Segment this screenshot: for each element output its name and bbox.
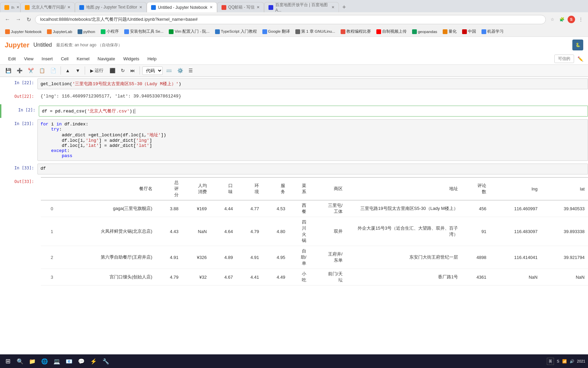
- keyboard-shortcut-button[interactable]: ⌨️: [164, 66, 174, 75]
- new-tab-button[interactable]: +: [339, 2, 349, 12]
- tab-close-5[interactable]: ✕: [257, 5, 260, 10]
- bookmark-label-4: 小程序: [107, 29, 119, 34]
- bookmark-video[interactable]: 自制视频上传: [374, 28, 409, 35]
- edit-pencil-icon[interactable]: ✏️: [577, 56, 583, 62]
- kw-in: in: [56, 122, 62, 127]
- move-down-button[interactable]: ▼: [74, 66, 82, 75]
- menu-edit[interactable]: Edit: [5, 55, 19, 63]
- extension-icon[interactable]: 🧩: [558, 16, 566, 23]
- bookmark-label-5: 安装包制工具 Se...: [130, 29, 164, 34]
- cut-button[interactable]: ✂️: [26, 66, 36, 75]
- cell-code-2[interactable]: df = pd.read_csv('北京人气餐厅.csv')|: [39, 106, 588, 117]
- move-up-button[interactable]: ▲: [63, 66, 72, 75]
- td-cuisine-0: 西 餐: [289, 200, 310, 217]
- td-restaurant-2: 第六季自助餐厅(王府井店): [56, 246, 156, 269]
- bookmark-gnu[interactable]: 第 1 章 GNU/Linu...: [293, 28, 338, 35]
- bookmark-icon-4: [101, 29, 105, 34]
- td-address-1: 外企大厦15号3号（近合生汇、大望路、双井、百子湾）: [346, 217, 461, 246]
- td-env-2: 4.91: [236, 246, 262, 269]
- tab-label-4: Untitled - Jupyter Notebook: [158, 5, 207, 10]
- bookmark-icon-11: [376, 29, 381, 34]
- td-reviews-0: 456: [461, 200, 490, 217]
- reload-button[interactable]: ↻: [25, 15, 32, 24]
- code-df-33: df: [40, 166, 46, 171]
- td-cost-0: ¥169: [182, 200, 210, 217]
- cell-code-33[interactable]: df: [37, 164, 588, 174]
- cell-type-select[interactable]: 代码: [142, 66, 163, 75]
- menu-kernel[interactable]: Kernel: [73, 55, 93, 63]
- bookmark-label-15: 机器学习: [487, 29, 504, 34]
- tab-close-2[interactable]: ✕: [67, 5, 70, 10]
- paste-button[interactable]: 📄: [48, 66, 58, 75]
- star-icon[interactable]: ☆: [549, 16, 556, 23]
- copy-button[interactable]: 📋: [37, 66, 47, 75]
- tab-label-5: QQ邮箱 - 写信: [228, 4, 255, 10]
- run-button[interactable]: ▶ 运行: [87, 66, 106, 75]
- add-cell-button[interactable]: ➕: [15, 66, 24, 75]
- bookmark-china[interactable]: 中国: [460, 28, 478, 35]
- bookmark-python[interactable]: python: [75, 29, 98, 35]
- jupyter-title-row: Jupyter Untitled 最后检查: an hour ago （自动保存…: [0, 37, 588, 53]
- th-service: 服 务: [262, 178, 289, 200]
- profile-icon[interactable]: S: [568, 16, 575, 23]
- bookmark-quant[interactable]: 量化: [440, 28, 459, 35]
- cell-code-22[interactable]: get_loction('三里屯路19号院太古里南区S5-30（Lady M楼上…: [37, 78, 588, 89]
- back-button[interactable]: ←: [3, 15, 12, 24]
- bookmark-label-6: Vim 配置入门 - 阮...: [175, 29, 210, 34]
- table-header-row: 餐厅名 总 评 分 人均 消费 口 味 环 境 服 务 菜 系 商区 地址 评论…: [41, 178, 588, 200]
- bookmark-jupyterlab[interactable]: JupyterLab: [45, 29, 75, 35]
- menu-widgets[interactable]: Widgets: [120, 55, 143, 63]
- menu-help[interactable]: Help: [144, 55, 160, 63]
- td-score-0: 3.88: [156, 200, 182, 217]
- bookmark-ml[interactable]: 机器学习: [479, 28, 506, 35]
- restart-button[interactable]: ↻: [119, 66, 127, 75]
- cell-23: In [23]: for i in df.index: try: addr_di…: [0, 118, 588, 162]
- forward-button[interactable]: →: [14, 15, 22, 24]
- bookmark-ts[interactable]: TypeScript 入门教程: [213, 28, 259, 35]
- menu-icon[interactable]: ⋮: [577, 16, 585, 23]
- td-address-3: 香厂路1号: [346, 269, 461, 286]
- td-lng-3: NaN: [490, 269, 541, 286]
- bookmark-install[interactable]: 安装包制工具 Se...: [122, 28, 166, 35]
- separator-3: [140, 66, 140, 75]
- bookmark-vim[interactable]: Vim 配置入门 - 阮...: [166, 28, 212, 35]
- tab-1[interactable]: Ih ✕: [0, 2, 20, 12]
- kw-except: except: [51, 148, 67, 153]
- list-button[interactable]: ☰: [186, 66, 195, 75]
- bookmark-label-10: 教程编程比赛: [346, 29, 371, 34]
- tab-close-3[interactable]: ✕: [139, 5, 142, 10]
- menu-cell[interactable]: Cell: [58, 55, 72, 63]
- bookmark-translate[interactable]: Google 翻译: [260, 28, 292, 35]
- tab-3[interactable]: 地图.py - Jupyter Text Editor ✕: [75, 2, 147, 12]
- tab-6[interactable]: 百度地图开放平台 | 百度地图A... ✕: [264, 2, 339, 12]
- address-bar[interactable]: [35, 15, 546, 24]
- bookmark-tutorial[interactable]: 教程编程比赛: [338, 28, 373, 35]
- tab-close-6[interactable]: ✕: [331, 5, 334, 10]
- save-button[interactable]: 💾: [3, 66, 13, 75]
- cell-2: In [2]: df = pd.read_csv('北京人气餐厅.csv')|: [0, 104, 588, 118]
- tab-close-1[interactable]: ✕: [16, 5, 19, 10]
- trusted-button[interactable]: 可信的: [554, 55, 574, 63]
- td-service-2: 4.95: [262, 246, 289, 269]
- td-score-2: 4.91: [156, 246, 182, 269]
- menu-view[interactable]: View: [20, 55, 37, 63]
- github-button[interactable]: ⚙️: [175, 66, 185, 75]
- cell-code-23[interactable]: for i in df.index: try: addr_dict =get_l…: [37, 119, 588, 161]
- tab-4[interactable]: Untitled - Jupyter Notebook ✕: [147, 2, 217, 12]
- td-lng-2: 116.414041: [490, 246, 541, 269]
- bookmark-jupyter[interactable]: Jupyter Notebook: [3, 29, 44, 35]
- bookmark-label-9: 第 1 章 GNU/Linu...: [301, 29, 335, 34]
- tab-close-4[interactable]: ✕: [210, 5, 213, 10]
- menu-insert[interactable]: Insert: [38, 55, 56, 63]
- bookmark-geopandas[interactable]: geopandas: [410, 29, 440, 35]
- td-reviews-2: 4898: [461, 246, 490, 269]
- restart-run-button[interactable]: ⏭: [128, 66, 137, 75]
- tab-2[interactable]: 北京人气餐厅问题/ ✕: [20, 2, 75, 12]
- bookmark-icon-6: [169, 29, 174, 34]
- menu-navigate[interactable]: Navigate: [94, 55, 118, 63]
- tab-5[interactable]: QQ邮箱 - 写信 ✕: [217, 2, 264, 12]
- bookmark-miniapp[interactable]: 小程序: [98, 28, 121, 35]
- notebook-title[interactable]: Untitled: [33, 42, 52, 48]
- th-address: 地址: [346, 178, 461, 200]
- interrupt-button[interactable]: ⬛: [108, 66, 117, 75]
